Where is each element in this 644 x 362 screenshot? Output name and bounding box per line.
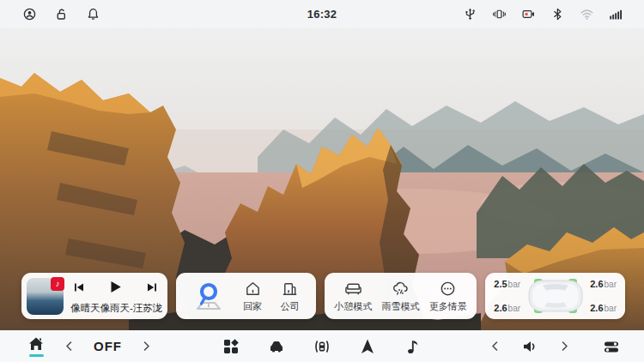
home-button[interactable]: [27, 335, 45, 357]
climate-temp-up-button[interactable]: [141, 341, 152, 352]
song-title: 像晴天像雨天-汪苏泷: [70, 302, 162, 315]
rain-snow-mode-button[interactable]: 雨雪模式: [381, 280, 419, 313]
home-active-indicator: [29, 354, 44, 357]
office-building-icon: [281, 280, 299, 298]
tire-rear-left: 2.6bar: [494, 303, 520, 313]
status-bar-right: [463, 7, 623, 21]
sofa-icon: [344, 280, 362, 298]
more-scenes-label: 更多情景: [429, 300, 467, 313]
volume-up-button[interactable]: [559, 341, 570, 352]
tire-pressure-widget[interactable]: 2.5bar 2.6bar 2.6bar 2.6bar: [485, 273, 625, 319]
climate-temp-value[interactable]: OFF: [94, 339, 122, 353]
tire-rear-right: 2.6bar: [590, 303, 617, 313]
rain-snow-mode-label: 雨雪模式: [381, 300, 419, 313]
nav-home-label: 回家: [243, 300, 262, 313]
climate-temp-down-button[interactable]: [64, 341, 75, 352]
album-art[interactable]: ♪: [27, 278, 64, 315]
map-search-icon[interactable]: [192, 281, 225, 311]
home-outline-icon: [244, 280, 262, 298]
cloud-rain-icon: [392, 280, 410, 298]
widget-row: ♪ 像晴天像雨天-汪苏泷: [21, 273, 625, 319]
usb-icon: [463, 7, 477, 21]
more-ellipsis-icon: [439, 280, 457, 298]
nav-home-shortcut[interactable]: 回家: [243, 280, 262, 313]
recorder-icon: [521, 7, 536, 21]
app-grid-icon[interactable]: [222, 338, 240, 355]
music-widget-right: 像晴天像雨天-汪苏泷: [70, 278, 162, 315]
dock-right: [489, 330, 620, 362]
bluetooth-icon: [550, 7, 565, 21]
surround-view-icon[interactable]: [313, 338, 331, 355]
tire-front-right: 2.6bar: [590, 279, 617, 289]
nav-company-label: 公司: [281, 300, 300, 313]
music-controls: [70, 279, 162, 296]
status-bar: 16:32: [0, 0, 644, 28]
music-widget[interactable]: ♪ 像晴天像雨天-汪苏泷: [21, 273, 167, 319]
more-scenes-button[interactable]: 更多情景: [429, 280, 467, 313]
play-button[interactable]: [109, 281, 122, 293]
wifi-icon: [580, 7, 594, 21]
dock-center: [222, 330, 422, 362]
next-track-button[interactable]: [147, 282, 157, 293]
nap-mode-label: 小憩模式: [334, 300, 372, 313]
volume-icon[interactable]: [521, 338, 538, 355]
control-center-icon[interactable]: [603, 338, 620, 355]
tire-right-column: 2.6bar 2.6bar: [590, 279, 617, 313]
signal-icon: [609, 7, 623, 21]
car-app-icon[interactable]: [268, 338, 285, 355]
music-note-icon[interactable]: [404, 338, 422, 355]
tire-front-left: 2.5bar: [494, 279, 520, 289]
volume-down-button[interactable]: [489, 341, 501, 352]
phone-vibrate-icon: [492, 7, 507, 21]
scene-modes-widget: 小憩模式 雨雪模式 更多情景: [325, 273, 477, 319]
navigation-widget: 回家 公司: [176, 273, 316, 319]
tire-left-column: 2.5bar 2.6bar: [494, 279, 520, 313]
nav-company-shortcut[interactable]: 公司: [281, 280, 300, 313]
home-icon: [27, 335, 45, 353]
previous-track-button[interactable]: [74, 282, 84, 293]
navigation-arrow-icon[interactable]: [359, 338, 376, 355]
car-infotainment-home: 16:32: [0, 0, 644, 362]
car-top-view: [524, 278, 587, 314]
dock-left: OFF: [27, 330, 152, 362]
nap-mode-button[interactable]: 小憩模式: [334, 280, 372, 313]
netease-music-badge-icon: ♪: [51, 277, 64, 291]
dock: OFF: [0, 330, 644, 362]
